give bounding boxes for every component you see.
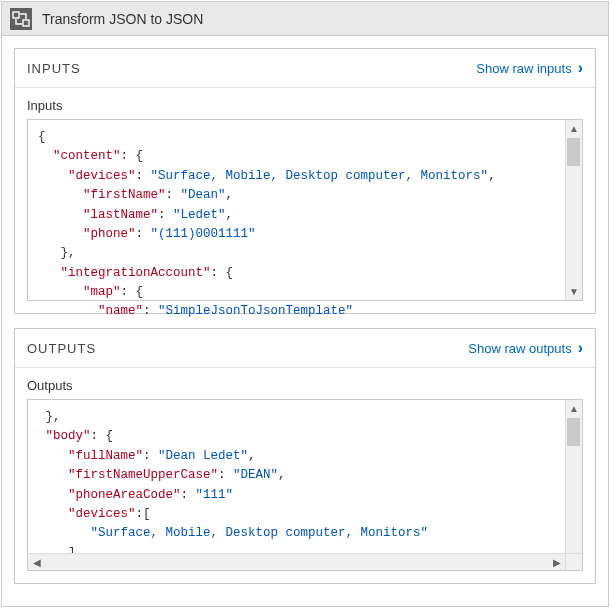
chevron-right-icon: › — [578, 59, 583, 77]
inputs-sublabel: Inputs — [27, 98, 583, 113]
transform-icon — [10, 8, 32, 30]
show-raw-outputs-label: Show raw outputs — [468, 341, 571, 356]
outputs-scroll-thumb[interactable] — [567, 418, 580, 446]
window: Transform JSON to JSON INPUTS Show raw i… — [1, 1, 609, 607]
scroll-left-icon[interactable]: ◀ — [28, 554, 45, 571]
chevron-right-icon: › — [578, 339, 583, 357]
outputs-code-box: }, "body": { "fullName": "Dean Ledet", "… — [27, 399, 583, 571]
inputs-panel: INPUTS Show raw inputs › Inputs { "conte… — [14, 48, 596, 314]
show-raw-outputs-link[interactable]: Show raw outputs › — [468, 339, 583, 357]
inputs-code: { "content": { "devices": "Surface, Mobi… — [28, 120, 582, 330]
outputs-sublabel: Outputs — [27, 378, 583, 393]
scroll-up-icon[interactable]: ▲ — [566, 120, 583, 137]
outputs-heading: OUTPUTS — [27, 341, 96, 356]
window-title: Transform JSON to JSON — [42, 11, 203, 27]
outputs-panel-body: Outputs }, "body": { "fullName": "Dean L… — [15, 368, 595, 583]
inputs-panel-body: Inputs { "content": { "devices": "Surfac… — [15, 88, 595, 313]
show-raw-inputs-label: Show raw inputs — [476, 61, 571, 76]
outputs-panel-header: OUTPUTS Show raw outputs › — [15, 329, 595, 368]
inputs-code-box: { "content": { "devices": "Surface, Mobi… — [27, 119, 583, 301]
scroll-right-icon[interactable]: ▶ — [548, 554, 565, 571]
outputs-scrollbar-horizontal[interactable]: ◀ ▶ — [28, 553, 565, 570]
inputs-heading: INPUTS — [27, 61, 81, 76]
outputs-panel: OUTPUTS Show raw outputs › Outputs }, "b… — [14, 328, 596, 584]
scroll-up-icon[interactable]: ▲ — [566, 400, 583, 417]
show-raw-inputs-link[interactable]: Show raw inputs › — [476, 59, 583, 77]
scroll-down-icon[interactable]: ▼ — [566, 283, 583, 300]
content-area: INPUTS Show raw inputs › Inputs { "conte… — [2, 36, 608, 606]
scroll-corner — [565, 553, 582, 570]
titlebar: Transform JSON to JSON — [2, 2, 608, 36]
inputs-panel-header: INPUTS Show raw inputs › — [15, 49, 595, 88]
inputs-scroll-thumb[interactable] — [567, 138, 580, 166]
